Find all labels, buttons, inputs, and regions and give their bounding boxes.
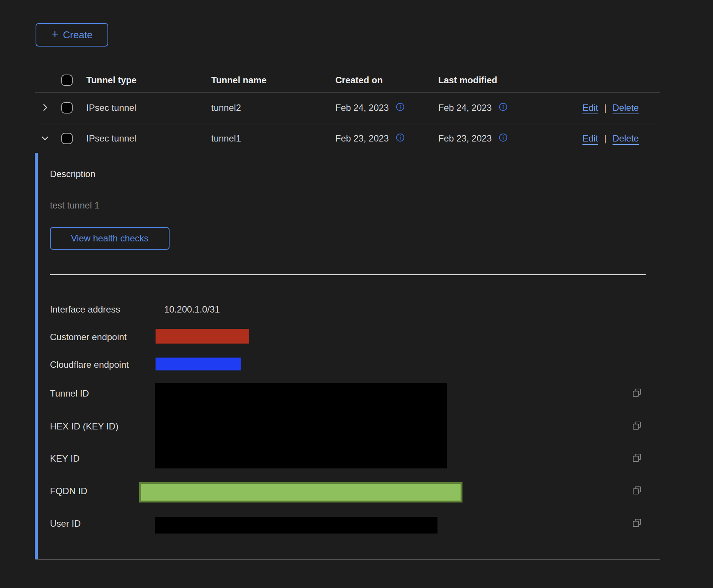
description-label: Description bbox=[50, 169, 95, 179]
table-row: IPsec tunnel tunnel1 Feb 23, 2023 Feb 23… bbox=[35, 123, 660, 154]
action-separator: | bbox=[604, 103, 606, 113]
edit-link[interactable]: Edit bbox=[582, 133, 598, 144]
tunnel-type-cell: IPsec tunnel bbox=[86, 133, 211, 144]
fqdn-id-redaction bbox=[139, 482, 462, 502]
action-separator: | bbox=[604, 133, 606, 144]
user-id-label: User ID bbox=[50, 518, 81, 529]
tunnel-name-cell: tunnel2 bbox=[211, 103, 335, 113]
expand-row-button[interactable] bbox=[40, 103, 50, 114]
copy-fqdn-id-button[interactable] bbox=[632, 485, 642, 495]
hex-id-label: HEX ID (KEY ID) bbox=[50, 421, 118, 432]
delete-link[interactable]: Delete bbox=[613, 103, 639, 113]
chevron-right-icon bbox=[40, 103, 50, 114]
expanded-row-panel: Description test tunnel 1 View health ch… bbox=[35, 153, 660, 560]
tunnels-page: + Create Tunnel type Tunnel name Created… bbox=[0, 0, 713, 588]
user-id-redaction bbox=[155, 517, 437, 534]
interface-address-value: 10.200.1.0/31 bbox=[164, 304, 220, 315]
customer-endpoint-label: Customer endpoint bbox=[50, 332, 127, 342]
tunnel-name-cell: tunnel1 bbox=[211, 133, 335, 144]
copy-hex-id-button[interactable] bbox=[632, 421, 642, 431]
copy-user-id-button[interactable] bbox=[632, 518, 642, 528]
table-header-row: Tunnel type Tunnel name Created on Last … bbox=[35, 68, 660, 93]
created-on-cell: Feb 23, 2023 bbox=[335, 133, 389, 144]
collapse-row-button[interactable] bbox=[40, 133, 50, 144]
edit-link[interactable]: Edit bbox=[582, 103, 598, 113]
tunnel-type-cell: IPsec tunnel bbox=[86, 103, 211, 113]
created-on-cell: Feb 24, 2023 bbox=[335, 103, 389, 113]
ids-redaction-block bbox=[155, 383, 447, 468]
plus-icon: + bbox=[51, 28, 59, 40]
cloudflare-endpoint-label: Cloudflare endpoint bbox=[50, 359, 129, 370]
delete-link[interactable]: Delete bbox=[613, 133, 639, 144]
copy-icon bbox=[632, 421, 642, 431]
copy-key-id-button[interactable] bbox=[632, 453, 642, 463]
column-header-tunnel-type: Tunnel type bbox=[86, 75, 211, 86]
tunnel-id-label: Tunnel ID bbox=[50, 388, 89, 399]
column-header-created-on: Created on bbox=[335, 75, 438, 86]
customer-endpoint-redaction bbox=[156, 329, 249, 344]
description-value: test tunnel 1 bbox=[50, 200, 100, 211]
create-button[interactable]: + Create bbox=[36, 23, 108, 47]
column-header-tunnel-name: Tunnel name bbox=[211, 75, 335, 86]
select-all-checkbox[interactable] bbox=[61, 75, 73, 86]
copy-icon bbox=[632, 485, 642, 495]
column-header-last-modified: Last modified bbox=[438, 75, 582, 86]
info-icon[interactable] bbox=[395, 133, 405, 145]
info-icon[interactable] bbox=[498, 133, 508, 145]
expanded-accent-bar bbox=[35, 153, 38, 559]
chevron-down-icon bbox=[40, 133, 50, 144]
tunnels-table: Tunnel type Tunnel name Created on Last … bbox=[35, 68, 660, 154]
cloudflare-endpoint-redaction bbox=[156, 358, 241, 370]
copy-tunnel-id-button[interactable] bbox=[632, 388, 642, 398]
table-row: IPsec tunnel tunnel2 Feb 24, 2023 Feb 24… bbox=[35, 93, 660, 123]
last-modified-cell: Feb 24, 2023 bbox=[438, 103, 492, 113]
row-checkbox[interactable] bbox=[61, 102, 73, 114]
panel-divider bbox=[50, 274, 646, 275]
key-id-label: KEY ID bbox=[50, 453, 79, 464]
copy-icon bbox=[632, 453, 642, 463]
fqdn-id-label: FQDN ID bbox=[50, 486, 87, 496]
info-icon[interactable] bbox=[498, 102, 508, 114]
create-button-label: Create bbox=[63, 29, 92, 41]
last-modified-cell: Feb 23, 2023 bbox=[438, 133, 492, 144]
interface-address-label: Interface address bbox=[50, 304, 120, 315]
copy-icon bbox=[632, 388, 642, 398]
view-health-checks-button[interactable]: View health checks bbox=[50, 227, 170, 250]
info-icon[interactable] bbox=[395, 102, 405, 114]
row-checkbox[interactable] bbox=[61, 133, 73, 144]
copy-icon bbox=[632, 518, 642, 528]
